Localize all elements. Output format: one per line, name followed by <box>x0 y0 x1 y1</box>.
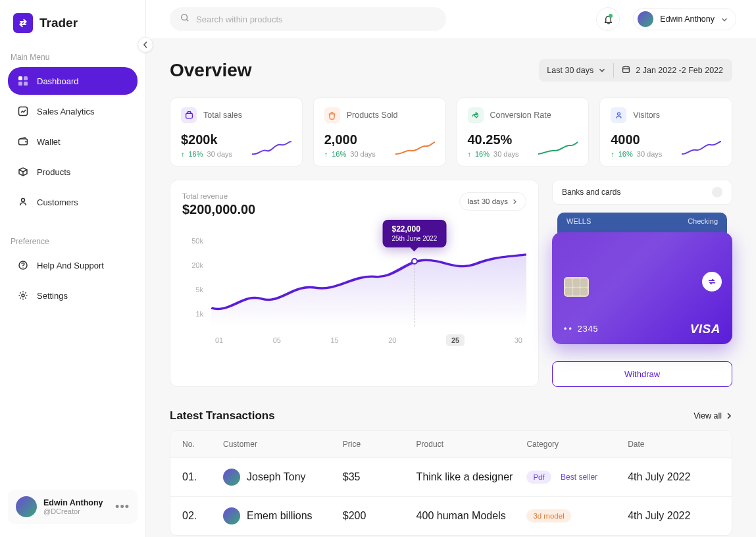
svg-point-13 <box>617 113 620 115</box>
col-no: No. <box>182 440 223 449</box>
sidebar-section-preference: Preference <box>0 230 145 251</box>
stat-card-total-sales: Total sales $200k ↑ 16% 30 days <box>170 97 303 166</box>
svg-point-12 <box>476 114 477 115</box>
sidebar-item-settings[interactable]: Settings <box>8 282 138 309</box>
avatar <box>223 507 240 524</box>
table-row[interactable]: 01. Joseph Tony $35 Think like a designe… <box>170 457 732 496</box>
arrow-up-icon: ↑ <box>324 150 328 158</box>
revenue-chart: 50k 20k 5k 1k <box>182 234 526 346</box>
banks-heading: Banks and cards <box>552 180 732 205</box>
card-stack: WELLS Checking •• 2345 <box>552 213 732 344</box>
cell-category: 3d model <box>526 509 628 523</box>
sidebar-user-handle: @DCreator <box>43 507 109 515</box>
sidebar-item-label: Wallet <box>37 137 61 147</box>
svg-rect-2 <box>18 82 22 86</box>
col-customer: Customer <box>223 440 343 449</box>
sidebar-item-wallet[interactable]: Wallet <box>8 128 138 155</box>
sidebar-user-info: Edwin Anthony @DCreator <box>43 498 109 515</box>
sidebar-user-card[interactable]: Edwin Anthony @DCreator ••• <box>8 490 138 524</box>
arrow-up-icon: ↑ <box>611 150 615 158</box>
header: Edwin Anthony <box>146 0 756 38</box>
stat-label: Conversion Rate <box>490 111 551 120</box>
swap-card-button[interactable] <box>702 272 722 292</box>
cell-customer: Joseph Tony <box>223 469 343 486</box>
search-icon <box>180 13 189 25</box>
sparkline-icon <box>682 140 721 158</box>
cell-product: 400 human Models <box>416 510 527 522</box>
table-row[interactable]: 02. Emem billions $200 400 human Models … <box>170 496 732 535</box>
sidebar-item-products[interactable]: Products <box>8 158 138 186</box>
revenue-range-button[interactable]: last 30 days <box>459 192 526 211</box>
sidebar-item-label: Dashboard <box>37 76 79 86</box>
cell-date: 4th July 2022 <box>628 510 720 522</box>
help-icon <box>17 259 29 271</box>
sidebar-item-help[interactable]: Help And Support <box>8 251 138 279</box>
svg-rect-11 <box>186 113 192 118</box>
transactions-section: Latest Transactions View all No. Custome… <box>170 409 732 536</box>
chart-guide-line <box>414 265 415 326</box>
search-input[interactable] <box>196 14 436 24</box>
stat-label: Visitors <box>633 111 660 120</box>
user-menu[interactable]: Edwin Anthony <box>633 8 736 30</box>
svg-rect-3 <box>24 82 28 86</box>
sidebar-item-dashboard[interactable]: Dashboard <box>8 67 138 95</box>
chart-y-axis: 50k 20k 5k 1k <box>182 237 203 318</box>
col-category: Category <box>526 440 628 449</box>
cell-customer: Emem billions <box>223 507 343 524</box>
card-chip-icon <box>564 277 589 297</box>
card-network-icon: VISA <box>690 322 720 336</box>
masked-dots-icon: •• <box>564 324 574 334</box>
user-icon <box>611 107 626 123</box>
stat-value: $200k <box>181 132 232 147</box>
more-icon[interactable]: ••• <box>115 500 130 514</box>
sidebar-item-label: Help And Support <box>37 261 104 270</box>
category-note: Best seller <box>561 473 597 482</box>
products-icon <box>17 166 29 178</box>
sidebar-item-label: Products <box>37 167 70 177</box>
chevron-down-icon <box>721 14 728 26</box>
date-range-exact[interactable]: 2 Jan 2022 -2 Feb 2022 <box>614 59 732 82</box>
sidebar: Trader Main Menu Dashboard Sales Analyti… <box>0 0 146 537</box>
chart-tooltip: $22,000 25th June 2022 <box>382 220 446 247</box>
stat-card-visitors: Visitors 4000 ↑16%30 days <box>599 97 732 166</box>
svg-rect-1 <box>24 76 28 80</box>
cell-price: $35 <box>343 471 416 483</box>
sidebar-item-sales-analytics[interactable]: Sales Analytics <box>8 97 138 125</box>
dashboard-icon <box>17 75 29 87</box>
options-icon[interactable] <box>712 187 722 197</box>
sales-icon <box>181 107 197 123</box>
notifications-button[interactable] <box>596 7 620 31</box>
sparkline-icon <box>395 140 435 158</box>
sidebar-collapse-button[interactable] <box>138 37 153 53</box>
brand-name: Trader <box>39 16 78 30</box>
main: Edwin Anthony Overview Last 30 days <box>146 0 756 537</box>
sidebar-user-name: Edwin Anthony <box>43 498 109 507</box>
withdraw-button[interactable]: Withdraw <box>552 361 732 387</box>
user-name: Edwin Anthony <box>660 14 715 24</box>
chart-plot-area[interactable]: $22,000 25th June 2022 <box>211 234 526 326</box>
stat-card-products-sold: Products Sold 2,000 ↑16%30 days <box>313 97 446 166</box>
sidebar-item-customers[interactable]: Customers <box>8 188 138 216</box>
chevron-right-icon <box>726 412 732 421</box>
view-all-link[interactable]: View all <box>693 411 732 421</box>
category-pill: 3d model <box>526 509 570 523</box>
revenue-value: $200,000.00 <box>182 202 255 217</box>
bank-card-primary[interactable]: •• 2345 VISA <box>552 232 732 344</box>
sidebar-item-label: Settings <box>37 291 68 301</box>
stat-card-conversion-rate: Conversion Rate 40.25% ↑16%30 days <box>457 97 590 166</box>
sparkline-icon <box>252 140 291 158</box>
svg-point-9 <box>182 14 188 20</box>
arrow-up-icon: ↑ <box>181 150 185 158</box>
stat-delta: ↑16%30 days <box>611 150 662 158</box>
chart-x-tick-active[interactable]: 25 <box>446 334 465 346</box>
stat-value: 2,000 <box>324 132 376 147</box>
stat-card-row: Total sales $200k ↑ 16% 30 days <box>170 97 732 166</box>
stat-delta: ↑16%30 days <box>324 150 376 158</box>
cell-price: $200 <box>343 510 416 522</box>
date-range-preset[interactable]: Last 30 days <box>539 60 613 81</box>
revenue-title: Total revenue <box>182 192 255 200</box>
settings-icon <box>17 290 29 301</box>
search-container[interactable] <box>170 7 446 31</box>
stat-label: Products Sold <box>347 111 398 120</box>
customers-icon <box>17 196 29 208</box>
